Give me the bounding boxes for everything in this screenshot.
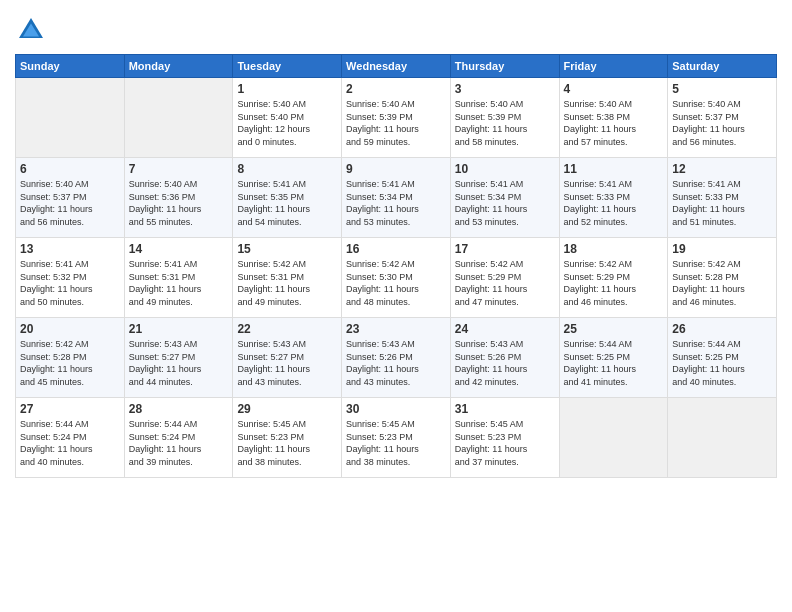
week-row-1: 1Sunrise: 5:40 AM Sunset: 5:40 PM Daylig… [16,78,777,158]
day-cell-8: 8Sunrise: 5:41 AM Sunset: 5:35 PM Daylig… [233,158,342,238]
day-cell-4: 4Sunrise: 5:40 AM Sunset: 5:38 PM Daylig… [559,78,668,158]
day-number: 24 [455,322,555,336]
col-header-tuesday: Tuesday [233,55,342,78]
week-row-2: 6Sunrise: 5:40 AM Sunset: 5:37 PM Daylig… [16,158,777,238]
day-number: 20 [20,322,120,336]
day-cell-17: 17Sunrise: 5:42 AM Sunset: 5:29 PM Dayli… [450,238,559,318]
day-info: Sunrise: 5:45 AM Sunset: 5:23 PM Dayligh… [455,418,555,468]
day-cell-27: 27Sunrise: 5:44 AM Sunset: 5:24 PM Dayli… [16,398,125,478]
empty-cell [16,78,125,158]
day-info: Sunrise: 5:41 AM Sunset: 5:33 PM Dayligh… [564,178,664,228]
day-cell-7: 7Sunrise: 5:40 AM Sunset: 5:36 PM Daylig… [124,158,233,238]
day-cell-25: 25Sunrise: 5:44 AM Sunset: 5:25 PM Dayli… [559,318,668,398]
day-number: 27 [20,402,120,416]
day-info: Sunrise: 5:41 AM Sunset: 5:33 PM Dayligh… [672,178,772,228]
day-cell-13: 13Sunrise: 5:41 AM Sunset: 5:32 PM Dayli… [16,238,125,318]
empty-cell [124,78,233,158]
day-number: 10 [455,162,555,176]
day-info: Sunrise: 5:44 AM Sunset: 5:25 PM Dayligh… [672,338,772,388]
day-info: Sunrise: 5:40 AM Sunset: 5:36 PM Dayligh… [129,178,229,228]
col-header-friday: Friday [559,55,668,78]
page: SundayMondayTuesdayWednesdayThursdayFrid… [0,0,792,612]
day-info: Sunrise: 5:43 AM Sunset: 5:27 PM Dayligh… [237,338,337,388]
day-cell-2: 2Sunrise: 5:40 AM Sunset: 5:39 PM Daylig… [342,78,451,158]
day-info: Sunrise: 5:40 AM Sunset: 5:37 PM Dayligh… [672,98,772,148]
day-number: 23 [346,322,446,336]
day-number: 28 [129,402,229,416]
day-number: 3 [455,82,555,96]
col-header-thursday: Thursday [450,55,559,78]
day-info: Sunrise: 5:40 AM Sunset: 5:39 PM Dayligh… [346,98,446,148]
day-cell-14: 14Sunrise: 5:41 AM Sunset: 5:31 PM Dayli… [124,238,233,318]
day-number: 4 [564,82,664,96]
day-number: 21 [129,322,229,336]
col-header-monday: Monday [124,55,233,78]
day-info: Sunrise: 5:41 AM Sunset: 5:34 PM Dayligh… [455,178,555,228]
day-info: Sunrise: 5:45 AM Sunset: 5:23 PM Dayligh… [237,418,337,468]
day-info: Sunrise: 5:40 AM Sunset: 5:39 PM Dayligh… [455,98,555,148]
day-number: 11 [564,162,664,176]
day-info: Sunrise: 5:41 AM Sunset: 5:32 PM Dayligh… [20,258,120,308]
day-number: 13 [20,242,120,256]
day-cell-12: 12Sunrise: 5:41 AM Sunset: 5:33 PM Dayli… [668,158,777,238]
day-cell-15: 15Sunrise: 5:42 AM Sunset: 5:31 PM Dayli… [233,238,342,318]
day-number: 19 [672,242,772,256]
day-number: 30 [346,402,446,416]
day-info: Sunrise: 5:42 AM Sunset: 5:31 PM Dayligh… [237,258,337,308]
day-info: Sunrise: 5:43 AM Sunset: 5:27 PM Dayligh… [129,338,229,388]
day-info: Sunrise: 5:45 AM Sunset: 5:23 PM Dayligh… [346,418,446,468]
day-info: Sunrise: 5:41 AM Sunset: 5:35 PM Dayligh… [237,178,337,228]
day-number: 6 [20,162,120,176]
day-cell-22: 22Sunrise: 5:43 AM Sunset: 5:27 PM Dayli… [233,318,342,398]
day-number: 1 [237,82,337,96]
day-number: 29 [237,402,337,416]
day-number: 31 [455,402,555,416]
day-number: 14 [129,242,229,256]
day-cell-9: 9Sunrise: 5:41 AM Sunset: 5:34 PM Daylig… [342,158,451,238]
day-cell-5: 5Sunrise: 5:40 AM Sunset: 5:37 PM Daylig… [668,78,777,158]
day-number: 17 [455,242,555,256]
day-info: Sunrise: 5:41 AM Sunset: 5:31 PM Dayligh… [129,258,229,308]
day-number: 16 [346,242,446,256]
day-info: Sunrise: 5:44 AM Sunset: 5:24 PM Dayligh… [20,418,120,468]
day-number: 25 [564,322,664,336]
empty-cell [668,398,777,478]
col-header-sunday: Sunday [16,55,125,78]
header [15,10,777,46]
day-info: Sunrise: 5:40 AM Sunset: 5:40 PM Dayligh… [237,98,337,148]
day-info: Sunrise: 5:42 AM Sunset: 5:28 PM Dayligh… [672,258,772,308]
week-row-5: 27Sunrise: 5:44 AM Sunset: 5:24 PM Dayli… [16,398,777,478]
header-row: SundayMondayTuesdayWednesdayThursdayFrid… [16,55,777,78]
empty-cell [559,398,668,478]
day-number: 2 [346,82,446,96]
day-number: 8 [237,162,337,176]
day-number: 9 [346,162,446,176]
day-info: Sunrise: 5:42 AM Sunset: 5:30 PM Dayligh… [346,258,446,308]
day-info: Sunrise: 5:43 AM Sunset: 5:26 PM Dayligh… [346,338,446,388]
day-info: Sunrise: 5:44 AM Sunset: 5:24 PM Dayligh… [129,418,229,468]
col-header-saturday: Saturday [668,55,777,78]
calendar-table: SundayMondayTuesdayWednesdayThursdayFrid… [15,54,777,478]
day-cell-26: 26Sunrise: 5:44 AM Sunset: 5:25 PM Dayli… [668,318,777,398]
day-cell-16: 16Sunrise: 5:42 AM Sunset: 5:30 PM Dayli… [342,238,451,318]
day-cell-31: 31Sunrise: 5:45 AM Sunset: 5:23 PM Dayli… [450,398,559,478]
week-row-4: 20Sunrise: 5:42 AM Sunset: 5:28 PM Dayli… [16,318,777,398]
day-number: 12 [672,162,772,176]
day-cell-6: 6Sunrise: 5:40 AM Sunset: 5:37 PM Daylig… [16,158,125,238]
day-number: 26 [672,322,772,336]
day-number: 15 [237,242,337,256]
day-number: 22 [237,322,337,336]
day-cell-19: 19Sunrise: 5:42 AM Sunset: 5:28 PM Dayli… [668,238,777,318]
day-cell-11: 11Sunrise: 5:41 AM Sunset: 5:33 PM Dayli… [559,158,668,238]
day-info: Sunrise: 5:44 AM Sunset: 5:25 PM Dayligh… [564,338,664,388]
col-header-wednesday: Wednesday [342,55,451,78]
day-cell-18: 18Sunrise: 5:42 AM Sunset: 5:29 PM Dayli… [559,238,668,318]
logo [15,14,51,46]
day-info: Sunrise: 5:40 AM Sunset: 5:38 PM Dayligh… [564,98,664,148]
day-cell-1: 1Sunrise: 5:40 AM Sunset: 5:40 PM Daylig… [233,78,342,158]
day-cell-21: 21Sunrise: 5:43 AM Sunset: 5:27 PM Dayli… [124,318,233,398]
day-info: Sunrise: 5:42 AM Sunset: 5:29 PM Dayligh… [564,258,664,308]
day-cell-24: 24Sunrise: 5:43 AM Sunset: 5:26 PM Dayli… [450,318,559,398]
day-info: Sunrise: 5:42 AM Sunset: 5:28 PM Dayligh… [20,338,120,388]
logo-icon [15,14,47,46]
